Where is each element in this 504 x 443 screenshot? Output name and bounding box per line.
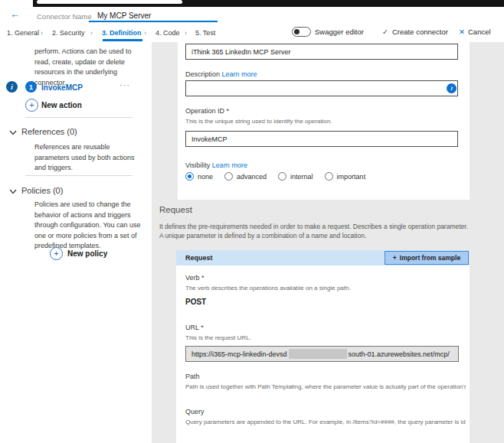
url-input[interactable]: https://i365-mcp-linkedin-devsd south-01… <box>185 346 459 362</box>
radio-internal[interactable]: internal <box>278 172 313 181</box>
radio-important[interactable]: important <box>325 172 366 181</box>
check-icon: ✓ <box>382 28 388 36</box>
radio-dot <box>278 172 286 181</box>
toggle-knob <box>294 29 299 34</box>
connector-title-input[interactable]: My MCP Server <box>97 11 151 20</box>
radio-dot <box>185 172 194 181</box>
radio-dot <box>224 172 233 181</box>
chevron-right-icon: › <box>185 29 187 37</box>
chevron-down-icon[interactable] <box>9 130 17 135</box>
references-section-header[interactable]: References (0) <box>21 127 77 136</box>
wizard-step-test[interactable]: 5. Test <box>195 29 215 37</box>
sidebar-item-invokemcp[interactable]: InvokeMCP <box>41 83 83 92</box>
swagger-editor-toggle[interactable] <box>292 27 311 37</box>
info-icon[interactable]: i <box>447 83 457 93</box>
plus-icon[interactable]: + <box>25 99 38 112</box>
references-description: References are reusable parameters used … <box>34 142 146 174</box>
plus-icon[interactable]: + <box>50 247 63 260</box>
wizard-step-code[interactable]: 4. Code <box>155 29 180 37</box>
chevron-right-icon: › <box>41 29 43 37</box>
request-section-title: Request <box>159 205 192 214</box>
operation-id-hint: This is the unique string used to identi… <box>185 118 332 125</box>
url-label: URL * <box>185 324 204 331</box>
cancel-button[interactable]: Cancel <box>468 28 491 36</box>
radio-label: internal <box>290 173 313 181</box>
action-count-badge: 1 <box>25 81 37 93</box>
radio-none[interactable]: none <box>185 172 213 181</box>
chevron-down-icon[interactable] <box>9 189 17 194</box>
radio-advanced[interactable]: advanced <box>224 172 267 181</box>
connector-name-label: Connector Name <box>37 12 92 21</box>
new-policy-button[interactable]: New policy <box>67 249 107 258</box>
verb-value: POST <box>185 298 206 306</box>
policies-description: Policies are used to change the behavior… <box>34 200 149 252</box>
description-learn-more-link[interactable]: Learn more <box>222 70 257 78</box>
radio-dot <box>325 172 333 181</box>
operation-id-label: Operation ID * <box>185 107 229 115</box>
radio-label: none <box>198 173 213 181</box>
verb-hint: The verb describes the operations availa… <box>185 285 351 292</box>
more-options-icon[interactable]: ··· <box>119 80 130 90</box>
divider <box>25 117 133 118</box>
query-hint: Query parameters are appended to the URL… <box>185 419 466 425</box>
visibility-label-text: Visibility <box>185 161 210 169</box>
request-card-header: Request + Import from sample <box>176 250 470 265</box>
operation-id-input[interactable] <box>185 131 458 147</box>
divider <box>25 175 133 176</box>
plus-icon: + <box>393 254 397 262</box>
radio-label: advanced <box>237 173 267 181</box>
swagger-editor-label: Swagger editor <box>315 28 364 36</box>
wizard-step-general[interactable]: 1. General <box>7 29 39 37</box>
path-label: Path <box>185 373 200 380</box>
import-button-label: Import from sample <box>400 254 460 262</box>
browser-tab-fragment <box>37 0 182 4</box>
new-action-button[interactable]: New action <box>41 101 82 109</box>
wizard-step-security[interactable]: 2. Security <box>52 29 85 37</box>
visibility-label: Visibility Learn more <box>185 161 247 169</box>
visibility-radio-group: none advanced internal important <box>185 172 365 181</box>
radio-label: important <box>337 173 366 181</box>
description-label-text: Description <box>185 70 220 78</box>
url-value-suffix: south-01.azurewebsites.net/mcp/ <box>349 350 450 358</box>
verb-label: Verb * <box>185 274 205 282</box>
visibility-learn-more-link[interactable]: Learn more <box>212 161 247 169</box>
redacted-text-block <box>289 349 347 359</box>
connector-title-underline <box>89 21 218 22</box>
query-label: Query <box>185 408 205 415</box>
create-connector-button[interactable]: Create connector <box>392 28 448 36</box>
back-icon[interactable]: ← <box>10 9 20 19</box>
wizard-step-definition[interactable]: 3. Definition <box>102 29 142 37</box>
request-card-title: Request <box>185 254 213 262</box>
request-section-description: It defines the pre-requirements needed i… <box>159 223 468 230</box>
request-section-description: A unique parameter is defined by a combi… <box>159 232 366 239</box>
summary-input[interactable] <box>185 44 458 60</box>
description-label: Description Learn more <box>185 70 257 78</box>
close-icon: ✕ <box>459 28 465 36</box>
chevron-right-icon: › <box>90 29 93 37</box>
url-hint: This is the request URL. <box>185 334 251 341</box>
path-hint: Path is used together with Path Templati… <box>185 383 466 390</box>
browser-chrome-fragment <box>33 0 504 7</box>
info-icon: i <box>6 81 18 93</box>
policies-section-header[interactable]: Policies (0) <box>21 186 63 195</box>
import-from-sample-button[interactable]: + Import from sample <box>385 251 469 265</box>
description-input[interactable] <box>185 80 458 96</box>
url-value-prefix: https://i365-mcp-linkedin-devsd <box>191 350 287 358</box>
chevron-right-icon: › <box>144 29 146 37</box>
